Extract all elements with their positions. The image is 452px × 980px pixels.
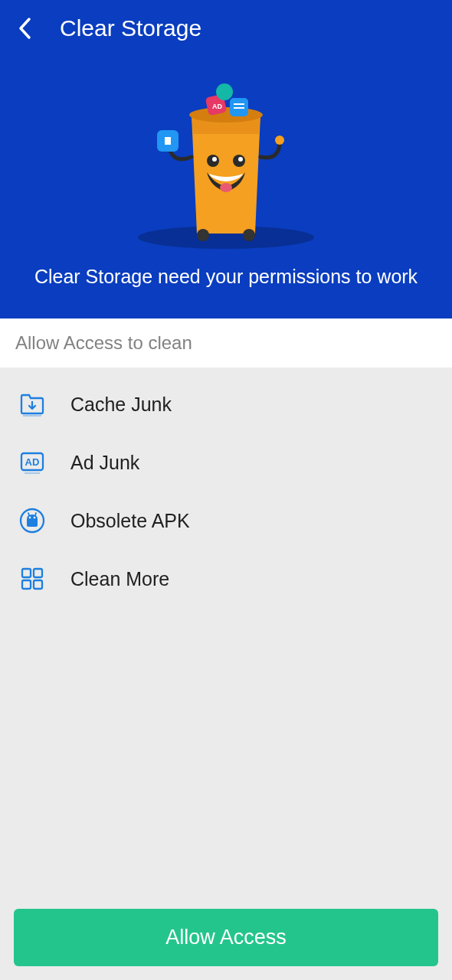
list-item-clean-more[interactable]: Clean More bbox=[0, 550, 452, 608]
svg-rect-26 bbox=[22, 569, 31, 577]
svg-point-24 bbox=[29, 517, 31, 519]
illustration-area: AD Clear Storage need your permissions t… bbox=[0, 57, 452, 318]
section-header: Allow Access to clean bbox=[0, 318, 452, 368]
header: Clear Storage bbox=[0, 0, 452, 318]
page-title: Clear Storage bbox=[60, 15, 201, 41]
svg-point-7 bbox=[220, 183, 232, 192]
svg-text:AD: AD bbox=[212, 103, 222, 110]
svg-point-2 bbox=[243, 229, 255, 241]
grid-icon bbox=[18, 565, 46, 593]
list-item-label: Cache Junk bbox=[70, 394, 172, 416]
svg-point-1 bbox=[197, 229, 209, 241]
toolbar: Clear Storage bbox=[0, 0, 452, 57]
svg-rect-28 bbox=[22, 580, 31, 589]
back-button[interactable] bbox=[14, 18, 35, 39]
svg-point-25 bbox=[34, 517, 36, 519]
svg-point-5 bbox=[212, 157, 217, 162]
svg-rect-14 bbox=[234, 103, 244, 105]
bottom-area: Allow Access bbox=[0, 895, 452, 980]
ad-icon: AD bbox=[18, 449, 46, 476]
list-item-obsolete-apk[interactable]: Obsolete APK bbox=[0, 492, 452, 550]
svg-rect-15 bbox=[234, 107, 244, 109]
folder-download-icon bbox=[18, 390, 46, 418]
permission-message: Clear Storage need your permissions to w… bbox=[19, 266, 433, 288]
access-list: Cache Junk AD Ad Junk Obsolete APK bbox=[0, 368, 452, 895]
svg-line-23 bbox=[35, 513, 36, 515]
svg-point-16 bbox=[216, 83, 233, 100]
svg-rect-27 bbox=[34, 569, 42, 577]
trash-bin-illustration: AD bbox=[134, 80, 318, 249]
list-item-cache-junk[interactable]: Cache Junk bbox=[0, 375, 452, 433]
svg-text:AD: AD bbox=[25, 456, 40, 468]
android-icon bbox=[18, 507, 46, 534]
svg-rect-9 bbox=[165, 137, 171, 145]
list-item-label: Ad Junk bbox=[70, 452, 139, 474]
svg-point-6 bbox=[238, 157, 243, 162]
svg-line-22 bbox=[28, 513, 29, 515]
list-item-label: Clean More bbox=[70, 568, 169, 590]
list-item-ad-junk[interactable]: AD Ad Junk bbox=[0, 433, 452, 492]
svg-point-10 bbox=[275, 136, 284, 145]
allow-access-button[interactable]: Allow Access bbox=[14, 909, 438, 966]
svg-rect-29 bbox=[34, 580, 42, 589]
back-arrow-icon bbox=[18, 17, 31, 40]
list-item-label: Obsolete APK bbox=[70, 510, 190, 532]
